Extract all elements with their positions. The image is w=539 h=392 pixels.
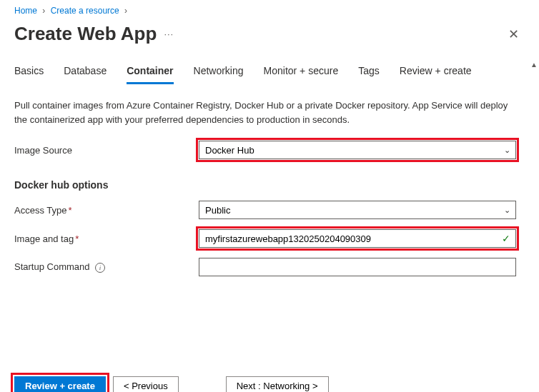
tab-basics[interactable]: Basics — [14, 59, 44, 84]
more-menu[interactable]: ··· — [164, 29, 174, 39]
breadcrumb-sep: › — [124, 6, 127, 16]
breadcrumb-sep: › — [42, 6, 45, 16]
label-access-type: Access Type* — [14, 205, 199, 216]
tab-database[interactable]: Database — [64, 59, 107, 84]
review-create-button[interactable]: Review + create — [14, 376, 106, 392]
startup-cmd-input[interactable] — [199, 258, 516, 276]
page-title: Create Web App — [14, 23, 157, 45]
tab-monitor[interactable]: Monitor + secure — [264, 59, 339, 84]
row-access-type: Access Type* Public ⌄ — [14, 201, 525, 219]
scrollbar-up-icon[interactable]: ▲ — [530, 61, 538, 69]
breadcrumb-home[interactable]: Home — [14, 6, 37, 16]
tab-review[interactable]: Review + create — [400, 59, 472, 84]
label-startup-cmd: Startup Command i — [14, 261, 199, 273]
info-icon[interactable]: i — [95, 263, 105, 273]
row-startup-cmd: Startup Command i — [14, 258, 525, 276]
tabs: Basics Database Container Networking Mon… — [14, 59, 525, 84]
tab-networking[interactable]: Networking — [194, 59, 244, 84]
tab-tags[interactable]: Tags — [358, 59, 380, 84]
breadcrumb: Home › Create a resource › — [0, 0, 539, 19]
footer-actions: Review + create < Previous Next : Networ… — [0, 366, 539, 392]
close-button[interactable]: ✕ — [503, 24, 525, 45]
page-header: Create Web App ··· ✕ — [0, 19, 539, 59]
image-source-select[interactable]: Docker Hub — [199, 141, 516, 159]
label-image-tag: Image and tag* — [14, 233, 199, 244]
check-icon: ✓ — [502, 233, 510, 244]
tab-description: Pull container images from Azure Contain… — [14, 99, 515, 126]
previous-button[interactable]: < Previous — [113, 376, 179, 392]
tab-container[interactable]: Container — [127, 59, 173, 84]
label-image-source: Image Source — [14, 145, 199, 156]
main-content: ▲ Basics Database Container Networking M… — [0, 59, 539, 366]
breadcrumb-create-resource[interactable]: Create a resource — [51, 6, 119, 16]
row-image-tag: Image and tag* ✓ — [14, 229, 525, 248]
access-type-select[interactable]: Public — [199, 201, 516, 219]
required-icon: * — [75, 233, 79, 244]
row-image-source: Image Source Docker Hub ⌄ — [14, 141, 525, 159]
docker-hub-heading: Docker hub options — [14, 179, 525, 191]
next-button[interactable]: Next : Networking > — [226, 376, 329, 392]
image-tag-input[interactable] — [199, 229, 516, 248]
required-icon: * — [68, 205, 71, 216]
